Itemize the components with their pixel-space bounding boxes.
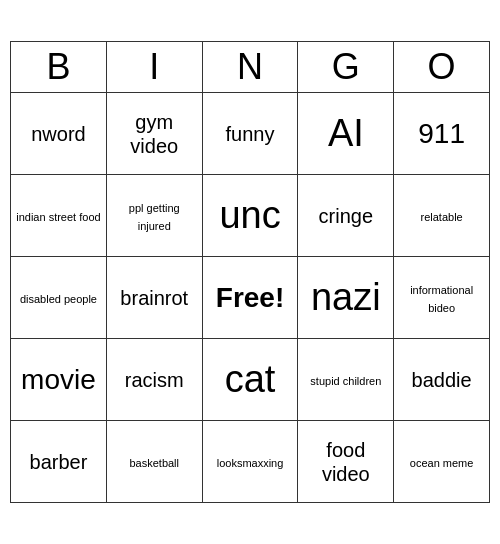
bingo-cell-1-4: relatable bbox=[394, 175, 490, 257]
cell-label: nword bbox=[31, 123, 85, 145]
bingo-cell-4-3: food video bbox=[298, 421, 394, 503]
cell-label: looksmaxxing bbox=[217, 457, 284, 469]
cell-label: unc bbox=[219, 194, 280, 236]
bingo-cell-1-0: indian street food bbox=[11, 175, 107, 257]
cell-label: 911 bbox=[418, 118, 465, 149]
cell-label: Free! bbox=[216, 282, 284, 313]
cell-label: barber bbox=[30, 451, 88, 473]
bingo-cell-3-2: cat bbox=[202, 339, 298, 421]
cell-label: disabled people bbox=[20, 293, 97, 305]
bingo-cell-1-1: ppl getting injured bbox=[106, 175, 202, 257]
bingo-header-B: B bbox=[11, 42, 107, 93]
bingo-cell-2-4: informational bideo bbox=[394, 257, 490, 339]
bingo-cell-2-1: brainrot bbox=[106, 257, 202, 339]
bingo-header-G: G bbox=[298, 42, 394, 93]
cell-label: brainrot bbox=[120, 287, 188, 309]
bingo-cell-1-2: unc bbox=[202, 175, 298, 257]
bingo-cell-0-3: AI bbox=[298, 93, 394, 175]
cell-label: racism bbox=[125, 369, 184, 391]
bingo-cell-3-3: stupid children bbox=[298, 339, 394, 421]
bingo-cell-0-4: 911 bbox=[394, 93, 490, 175]
bingo-cell-3-0: movie bbox=[11, 339, 107, 421]
cell-label: cat bbox=[225, 358, 276, 400]
bingo-cell-0-0: nword bbox=[11, 93, 107, 175]
cell-label: indian street food bbox=[16, 211, 100, 223]
bingo-cell-4-4: ocean meme bbox=[394, 421, 490, 503]
bingo-cell-4-1: basketball bbox=[106, 421, 202, 503]
cell-label: gym video bbox=[130, 111, 178, 157]
bingo-cell-3-1: racism bbox=[106, 339, 202, 421]
cell-label: AI bbox=[328, 112, 364, 154]
cell-label: funny bbox=[226, 123, 275, 145]
bingo-cell-2-0: disabled people bbox=[11, 257, 107, 339]
cell-label: baddie bbox=[412, 369, 472, 391]
bingo-cell-2-3: nazi bbox=[298, 257, 394, 339]
bingo-cell-1-3: cringe bbox=[298, 175, 394, 257]
cell-label: stupid children bbox=[310, 375, 381, 387]
cell-label: ppl getting injured bbox=[129, 202, 180, 232]
cell-label: basketball bbox=[129, 457, 179, 469]
cell-label: relatable bbox=[421, 211, 463, 223]
cell-label: informational bideo bbox=[410, 284, 473, 314]
bingo-header-O: O bbox=[394, 42, 490, 93]
cell-label: cringe bbox=[319, 205, 373, 227]
bingo-cell-4-2: looksmaxxing bbox=[202, 421, 298, 503]
bingo-cell-2-2: Free! bbox=[202, 257, 298, 339]
bingo-header-I: I bbox=[106, 42, 202, 93]
bingo-cell-3-4: baddie bbox=[394, 339, 490, 421]
bingo-header-N: N bbox=[202, 42, 298, 93]
cell-label: movie bbox=[21, 364, 96, 395]
bingo-cell-0-2: funny bbox=[202, 93, 298, 175]
bingo-cell-0-1: gym video bbox=[106, 93, 202, 175]
cell-label: nazi bbox=[311, 276, 381, 318]
bingo-card: BINGO nwordgym videofunnyAI911indian str… bbox=[10, 41, 490, 503]
cell-label: food video bbox=[322, 439, 370, 485]
cell-label: ocean meme bbox=[410, 457, 474, 469]
bingo-cell-4-0: barber bbox=[11, 421, 107, 503]
